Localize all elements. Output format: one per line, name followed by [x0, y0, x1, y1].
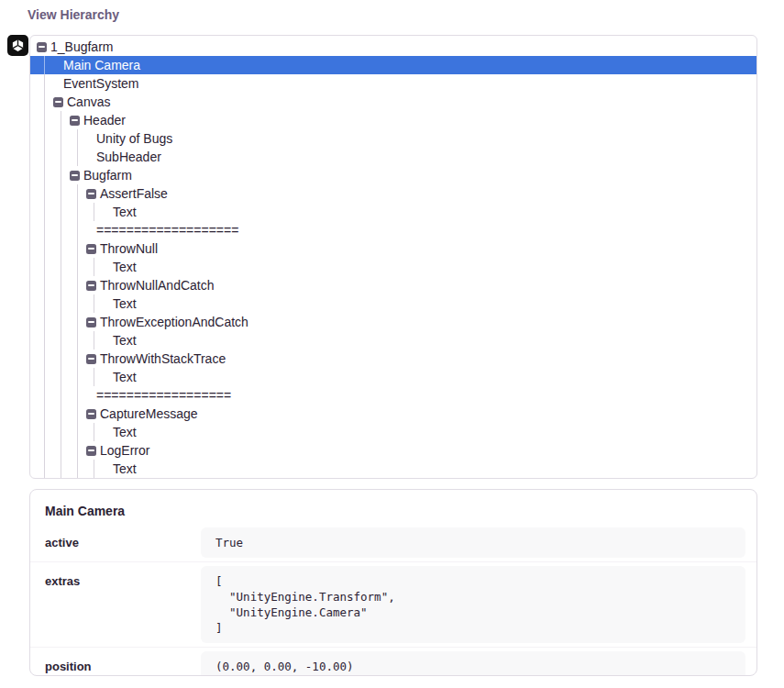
indent-guide	[77, 460, 78, 478]
indent-guide	[77, 148, 78, 166]
indent-guide	[61, 386, 61, 405]
indent-guide	[44, 56, 45, 74]
tree-row[interactable]: Text	[30, 460, 756, 478]
tree-row[interactable]: AssertFalse	[30, 184, 756, 203]
indent-guide	[61, 184, 61, 203]
indent-guide	[44, 203, 45, 221]
indent-guide	[61, 313, 61, 331]
tree-row[interactable]: Canvas	[30, 93, 756, 111]
indent-guide	[77, 258, 78, 276]
collapse-toggle-icon[interactable]	[86, 317, 96, 327]
indent-guide	[61, 368, 61, 386]
detail-key: active	[45, 527, 201, 549]
collapse-toggle-icon[interactable]	[37, 42, 47, 52]
minus-glyph	[88, 449, 94, 451]
indent-guide	[61, 111, 61, 129]
tree-row[interactable]: ThrowNullAndCatch	[30, 276, 756, 294]
collapse-toggle-icon[interactable]	[53, 97, 63, 107]
collapse-toggle-icon[interactable]	[86, 354, 96, 364]
tree-row-label: Text	[113, 331, 137, 350]
tree-row[interactable]: 1_Bugfarm	[30, 38, 756, 56]
indent-guide	[44, 74, 45, 93]
tree-row[interactable]: Text	[30, 331, 756, 350]
tree-row-label: Text	[113, 294, 137, 313]
tree-row[interactable]: EventSystem	[30, 74, 756, 93]
indent-guide	[44, 276, 45, 294]
tree-row-label: ===================	[96, 221, 238, 239]
tree-row-label: ThrowNull	[100, 239, 158, 258]
indent-guide	[44, 258, 45, 276]
indent-guide	[44, 423, 45, 441]
indent-guide	[61, 294, 61, 313]
hierarchy-tree: 1_BugfarmMain CameraEventSystemCanvasHea…	[30, 38, 756, 478]
tree-row[interactable]: Header	[30, 111, 756, 129]
tree-row[interactable]: Text	[30, 294, 756, 313]
detail-key: extras	[45, 566, 201, 588]
indent-guide	[44, 313, 45, 331]
selected-node-title: Main Camera	[45, 504, 742, 518]
indent-guide	[44, 148, 45, 166]
indent-guide	[61, 441, 61, 460]
indent-guide	[77, 294, 78, 313]
tree-row-label: EventSystem	[63, 74, 138, 93]
minus-glyph	[72, 174, 78, 176]
tree-row[interactable]: LogError	[30, 441, 756, 460]
indent-guide	[61, 203, 61, 221]
tree-row[interactable]: ThrowWithStackTrace	[30, 350, 756, 368]
indent-guide	[77, 441, 78, 460]
tree-row[interactable]: Text	[30, 423, 756, 441]
tree-row-label: ThrowExceptionAndCatch	[100, 313, 248, 331]
tree-row[interactable]: CaptureMessage	[30, 405, 756, 423]
detail-key: position	[45, 651, 201, 673]
indent-guide	[77, 386, 78, 405]
indent-guide	[44, 166, 45, 184]
tree-row[interactable]: SubHeader	[30, 148, 756, 166]
detail-row: activeTrue	[30, 524, 756, 561]
page-title: View Hierarchy	[28, 7, 119, 22]
tree-row-label: AssertFalse	[100, 184, 168, 203]
collapse-toggle-icon[interactable]	[70, 171, 80, 181]
indent-guide	[61, 460, 61, 478]
tree-row[interactable]: ThrowExceptionAndCatch	[30, 313, 756, 331]
collapse-toggle-icon[interactable]	[86, 281, 96, 291]
minus-glyph	[88, 413, 94, 415]
tree-row[interactable]: ===================	[30, 221, 756, 239]
tree-row[interactable]: Main Camera	[30, 56, 756, 74]
indent-guide	[77, 129, 78, 148]
tree-row-label: Text	[113, 460, 137, 478]
tree-row-label: Main Camera	[63, 56, 140, 74]
tree-row-label: Header	[83, 111, 126, 129]
indent-guide	[44, 368, 45, 386]
indent-guide	[44, 221, 45, 239]
detail-value: (0.00, 0.00, -10.00)	[201, 651, 745, 676]
detail-value: [ "UnityEngine.Transform", "UnityEngine.…	[201, 566, 745, 643]
indent-guide	[44, 239, 45, 258]
indent-guide	[77, 331, 78, 350]
tree-row[interactable]: Text	[30, 368, 756, 386]
indent-guide	[61, 331, 61, 350]
collapse-toggle-icon[interactable]	[86, 244, 96, 254]
indent-guide	[77, 184, 78, 203]
tree-row-label: Unity of Bugs	[96, 129, 172, 148]
tree-row[interactable]: ==================	[30, 386, 756, 405]
indent-guide	[61, 129, 61, 148]
indent-guide	[44, 294, 45, 313]
collapse-toggle-icon[interactable]	[70, 116, 80, 126]
detail-row: position(0.00, 0.00, -10.00)	[30, 647, 756, 676]
indent-guide	[77, 423, 78, 441]
indent-guide	[94, 423, 94, 441]
collapse-toggle-icon[interactable]	[86, 189, 96, 199]
tree-row[interactable]: Unity of Bugs	[30, 129, 756, 148]
indent-guide	[61, 423, 61, 441]
indent-guide	[44, 441, 45, 460]
tree-row-label: Canvas	[67, 93, 110, 111]
collapse-toggle-icon[interactable]	[86, 446, 96, 456]
tree-row[interactable]: ThrowNull	[30, 239, 756, 258]
tree-row[interactable]: Bugfarm	[30, 166, 756, 184]
tree-row-label: CaptureMessage	[100, 405, 198, 423]
tree-row[interactable]: Text	[30, 203, 756, 221]
collapse-toggle-icon[interactable]	[86, 409, 96, 419]
minus-glyph	[88, 284, 94, 286]
tree-row[interactable]: Text	[30, 258, 756, 276]
indent-guide	[61, 148, 61, 166]
